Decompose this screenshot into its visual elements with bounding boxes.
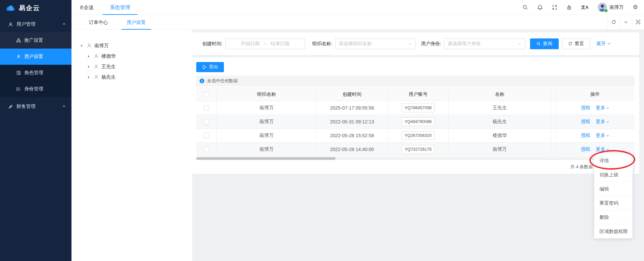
authorize-link[interactable]: 授权	[581, 119, 590, 125]
org-icon	[16, 38, 21, 43]
export-button[interactable]: 导出	[196, 62, 224, 72]
authorize-link[interactable]: 授权	[581, 105, 590, 111]
tab-eqisong[interactable]: E企送	[73, 0, 101, 15]
menu-item-switch-parent[interactable]: 切换上级	[594, 168, 633, 182]
cell-account[interactable]: YQ494790086	[402, 117, 435, 126]
sidebar-item-identity-management[interactable]: 身份管理	[0, 81, 71, 97]
tab-system-management[interactable]: 系统管理	[103, 0, 138, 15]
column-header-name: 名称	[449, 88, 551, 101]
create-time-label: 创建时间:	[202, 41, 223, 47]
lock-icon[interactable]	[566, 5, 572, 10]
scrollbar-thumb[interactable]	[196, 157, 335, 160]
tab-order-center[interactable]: 订单中心	[87, 15, 110, 30]
search-button[interactable]: 查询	[530, 38, 559, 49]
fixed-column-divider	[551, 129, 556, 143]
menu-item-region-data-permission[interactable]: 区域数据权限	[594, 224, 633, 238]
user-name: 南博万	[610, 4, 624, 10]
org-name-select[interactable]: 请选择组织名称	[335, 38, 416, 49]
header-actions: 文A 南博万 ⚙	[522, 3, 644, 12]
tree-node-label: 王先生	[101, 64, 116, 70]
range-separator: ~	[264, 41, 266, 47]
sidebar-item-promo-settings[interactable]: 推广设置	[0, 32, 71, 49]
brand-name: 易企云	[19, 4, 40, 12]
tree-node[interactable]: 杨先生	[71, 72, 192, 82]
user-identity-select[interactable]: 请选择用户身份	[444, 38, 525, 49]
table-row: 南博万 2022-05-28 15:52:59 YQ267306320 楼德华 …	[196, 129, 635, 143]
search-button-label: 查询	[543, 41, 552, 47]
tree-node[interactable]: 楼德华	[71, 51, 192, 61]
refresh-icon[interactable]	[608, 15, 620, 30]
more-dropdown-trigger[interactable]: 更多	[596, 105, 609, 111]
user-icon	[94, 54, 99, 59]
sidebar-submenu: 推广设置 用户设置 角色管理 身份管理	[0, 32, 71, 97]
authorize-link[interactable]: 授权	[581, 146, 590, 152]
chevron-down-icon	[62, 104, 66, 108]
menu-item-detail[interactable]: 详情	[594, 153, 633, 168]
sidebar-item-user-settings[interactable]: 用户设置	[0, 49, 71, 65]
export-button-label: 导出	[209, 64, 218, 70]
horizontal-scrollbar[interactable]	[196, 157, 635, 160]
cell-org: 南博万	[217, 143, 317, 156]
row-checkbox[interactable]	[204, 147, 209, 152]
user-icon	[16, 54, 21, 59]
sidebar-item-finance-management[interactable]: 财务管理	[0, 98, 71, 115]
row-checkbox[interactable]	[204, 119, 209, 124]
caret-right-icon[interactable]	[87, 76, 92, 79]
date-range-input[interactable]: 开始日期 ~ 结束日期	[225, 38, 305, 49]
sidebar-item-label: 推广设置	[24, 37, 43, 44]
reset-button[interactable]: 重置	[562, 38, 590, 49]
chevron-down-icon[interactable]	[620, 15, 632, 30]
cell-account[interactable]: YQ267306320	[402, 131, 435, 140]
verified-badge	[604, 9, 608, 12]
chevron-up-icon	[62, 22, 66, 26]
select-all-checkbox[interactable]	[204, 92, 209, 97]
gear-icon[interactable]: ⚙	[633, 4, 638, 10]
more-label: 更多	[596, 119, 605, 125]
cell-account[interactable]: YQ732726175	[402, 145, 435, 154]
identity-select-placeholder: 请选择用户身份	[448, 41, 481, 47]
tab-label: 订单中心	[89, 20, 108, 25]
bell-icon[interactable]	[537, 4, 543, 10]
user-menu[interactable]: 南博万	[598, 3, 624, 12]
reset-button-label: 重置	[575, 41, 584, 47]
user-icon	[94, 75, 99, 80]
chevron-down-icon	[606, 107, 609, 110]
sidebar-item-label: 身份管理	[24, 86, 43, 92]
expand-link-label: 展开	[596, 41, 606, 47]
caret-right-icon[interactable]	[87, 65, 92, 68]
sidebar-item-role-management[interactable]: 角色管理	[0, 65, 71, 81]
refresh-icon	[568, 41, 573, 46]
more-dropdown-trigger[interactable]: 更多	[596, 146, 609, 152]
menu-item-edit[interactable]: 编辑	[594, 182, 633, 196]
column-header-account: 用户账号	[388, 88, 449, 101]
more-dropdown-trigger[interactable]: 更多	[596, 119, 609, 125]
tab-user-settings[interactable]: 用户设置	[125, 15, 148, 30]
search-icon[interactable]	[522, 4, 528, 10]
tab-label: 用户设置	[127, 20, 146, 25]
sidebar-item-user-management[interactable]: 用户管理	[0, 16, 71, 32]
caret-down-icon[interactable]	[80, 44, 85, 48]
expand-filters-link[interactable]: 展开	[596, 41, 611, 47]
sidebar-item-label: 财务管理	[17, 104, 35, 110]
tree-node[interactable]: 王先生	[71, 61, 192, 72]
user-icon	[94, 64, 99, 69]
brand-logo[interactable]: 易企云	[0, 0, 71, 16]
cell-account[interactable]: YQ786457098	[402, 104, 435, 112]
more-label: 更多	[596, 146, 605, 152]
table-row: 南博万 2022-05-28 14:40:00 YQ732726175 南博万 …	[196, 143, 635, 156]
authorize-link[interactable]: 授权	[581, 133, 590, 139]
row-checkbox[interactable]	[204, 133, 209, 138]
fullscreen-icon[interactable]	[552, 5, 557, 10]
caret-right-icon[interactable]	[87, 55, 92, 58]
row-checkbox[interactable]	[204, 105, 209, 111]
menu-item-reset-password[interactable]: 重置密码	[594, 196, 633, 210]
translate-icon[interactable]: 文A	[581, 4, 588, 10]
menu-item-delete[interactable]: 删除	[594, 210, 633, 224]
cell-org: 南博万	[217, 129, 317, 143]
sub-tab-bar: 订单中心 用户设置	[71, 15, 644, 30]
chevron-down-icon	[606, 120, 609, 123]
fit-screen-icon[interactable]	[632, 15, 644, 30]
table-row: 南博万 2022-05-31 09:12:13 YQ494790086 杨先生 …	[196, 115, 635, 129]
more-dropdown-trigger[interactable]: 更多	[596, 133, 609, 139]
tree-node-root[interactable]: 南博万	[71, 40, 192, 51]
